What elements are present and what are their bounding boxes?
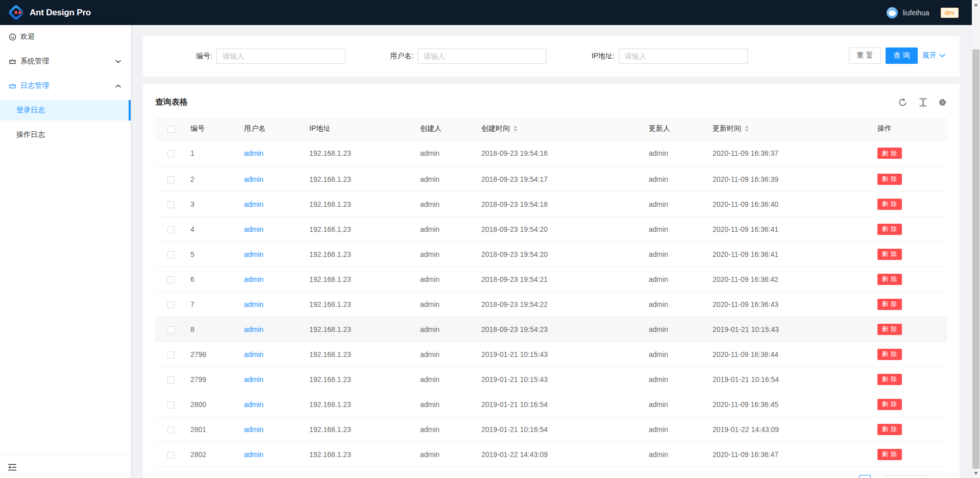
reset-button[interactable]: 重 置 xyxy=(849,47,881,64)
row-checkbox[interactable] xyxy=(167,301,175,308)
delete-button[interactable]: 删 除 xyxy=(877,449,902,460)
delete-button[interactable]: 删 除 xyxy=(877,399,902,410)
cell-updated: 2020-11-09 16:36:42 xyxy=(704,267,869,292)
col-header-updated[interactable]: 更新时间 xyxy=(704,117,869,140)
row-checkbox[interactable] xyxy=(167,150,175,157)
username-link[interactable]: admin xyxy=(244,425,263,434)
delete-button[interactable]: 删 除 xyxy=(877,299,902,310)
username-link[interactable]: admin xyxy=(244,175,263,183)
sidebar-item-login-log[interactable]: 登录日志 xyxy=(0,100,131,121)
username-input[interactable] xyxy=(418,49,547,64)
table-row: 2798admin192.168.1.23admin2019-01-21 10:… xyxy=(155,342,947,367)
cell-updated: 2020-11-09 16:36:41 xyxy=(704,242,869,267)
env-tag: dev xyxy=(941,8,959,18)
username-link[interactable]: admin xyxy=(244,325,263,333)
col-header-id: 编号 xyxy=(182,117,236,140)
sort-icons[interactable] xyxy=(745,126,749,132)
row-checkbox[interactable] xyxy=(167,326,175,333)
id-input[interactable] xyxy=(216,49,346,64)
sort-icons[interactable] xyxy=(513,126,518,132)
sidebar-item-label: 欢迎 xyxy=(20,32,35,41)
cell-created: 2019-01-22 14:43:09 xyxy=(473,442,641,467)
delete-button[interactable]: 删 除 xyxy=(877,424,902,435)
username-link[interactable]: admin xyxy=(244,200,263,208)
ip-input[interactable] xyxy=(619,49,748,64)
sidebar-item-welcome[interactable]: 欢迎 xyxy=(0,27,131,47)
cell-updater: admin xyxy=(641,166,704,192)
query-button[interactable]: 查 询 xyxy=(886,47,918,64)
row-checkbox[interactable] xyxy=(167,401,175,409)
app-header: Ant Design Pro liufeihua dev xyxy=(0,0,972,25)
delete-button[interactable]: 删 除 xyxy=(877,249,902,260)
user-avatar[interactable] xyxy=(887,7,898,18)
scrollbar-thumb[interactable] xyxy=(972,50,979,469)
delete-button[interactable]: 删 除 xyxy=(877,374,902,385)
username[interactable]: liufeihua xyxy=(902,9,929,17)
delete-button[interactable]: 删 除 xyxy=(877,274,902,285)
cell-id: 1 xyxy=(182,140,236,166)
cell-ip: 192.168.1.23 xyxy=(301,392,412,417)
row-checkbox[interactable] xyxy=(167,176,175,183)
row-checkbox[interactable] xyxy=(167,451,175,459)
menu-fold-icon[interactable] xyxy=(8,463,17,471)
col-header-creator: 创建人 xyxy=(412,117,473,140)
row-checkbox[interactable] xyxy=(167,251,175,258)
table-row: 7admin192.168.1.23admin2018-09-23 19:54:… xyxy=(155,292,947,317)
username-link[interactable]: admin xyxy=(244,225,263,233)
row-checkbox[interactable] xyxy=(167,276,175,283)
delete-button[interactable]: 删 除 xyxy=(877,174,902,185)
username-link[interactable]: admin xyxy=(244,400,263,409)
row-checkbox[interactable] xyxy=(167,351,175,358)
sidebar-item-logs[interactable]: 日志管理 xyxy=(0,76,131,96)
username-link[interactable]: admin xyxy=(244,450,263,459)
cell-creator: admin xyxy=(412,342,473,367)
sidebar-item-system[interactable]: 系统管理 xyxy=(0,51,131,71)
scrollbar-up-arrow[interactable] xyxy=(974,3,978,6)
settings-gear-icon[interactable] xyxy=(938,98,947,107)
cell-ip: 192.168.1.23 xyxy=(301,192,412,217)
sidebar-item-label: 操作日志 xyxy=(16,130,45,139)
cell-id: 2800 xyxy=(182,392,236,417)
field-label-username: 用户名: xyxy=(351,52,418,61)
row-checkbox[interactable] xyxy=(167,376,175,384)
table-body: 1admin192.168.1.23admin2018-09-23 19:54:… xyxy=(155,140,947,467)
username-link[interactable]: admin xyxy=(244,300,263,308)
delete-button[interactable]: 删 除 xyxy=(877,199,902,210)
crown-icon xyxy=(9,58,16,65)
cell-created: 2018-09-23 19:54:16 xyxy=(473,140,641,166)
username-link[interactable]: admin xyxy=(244,250,263,258)
username-link[interactable]: admin xyxy=(244,375,263,384)
row-checkbox[interactable] xyxy=(167,426,175,434)
cell-ip: 192.168.1.23 xyxy=(301,267,412,292)
delete-button[interactable]: 删 除 xyxy=(877,148,902,159)
refresh-icon[interactable] xyxy=(898,98,907,107)
pagination-size-select[interactable] xyxy=(885,475,927,478)
vertical-scrollbar[interactable] xyxy=(972,0,980,478)
cell-updated: 2020-11-09 16:36:37 xyxy=(704,140,869,166)
cell-updater: admin xyxy=(641,292,704,317)
delete-button[interactable]: 删 除 xyxy=(877,349,902,360)
chevron-down-icon xyxy=(115,60,121,63)
cell-id: 2801 xyxy=(182,417,236,442)
col-header-created[interactable]: 创建时间 xyxy=(473,117,641,140)
logo[interactable]: Ant Design Pro xyxy=(0,5,91,20)
select-all-checkbox[interactable] xyxy=(167,126,175,133)
expand-link[interactable]: 展开 xyxy=(922,47,945,64)
row-checkbox[interactable] xyxy=(167,201,175,208)
sidebar-item-operation-log[interactable]: 操作日志 xyxy=(0,125,131,145)
table-title: 查询表格 xyxy=(155,97,188,108)
column-height-icon[interactable] xyxy=(919,98,927,107)
username-link[interactable]: admin xyxy=(244,275,263,283)
scrollbar-down-arrow[interactable] xyxy=(974,472,978,475)
cell-creator: admin xyxy=(412,442,473,467)
cell-ip: 192.168.1.23 xyxy=(301,242,412,267)
row-checkbox[interactable] xyxy=(167,226,175,233)
sidebar-item-label: 登录日志 xyxy=(16,106,45,115)
delete-button[interactable]: 删 除 xyxy=(877,324,902,335)
cell-updated: 2019-01-21 10:16:54 xyxy=(704,367,869,392)
cell-creator: admin xyxy=(412,166,473,192)
pagination-current-page[interactable] xyxy=(859,475,871,478)
username-link[interactable]: admin xyxy=(244,149,263,157)
username-link[interactable]: admin xyxy=(244,350,263,358)
delete-button[interactable]: 删 除 xyxy=(877,224,902,235)
